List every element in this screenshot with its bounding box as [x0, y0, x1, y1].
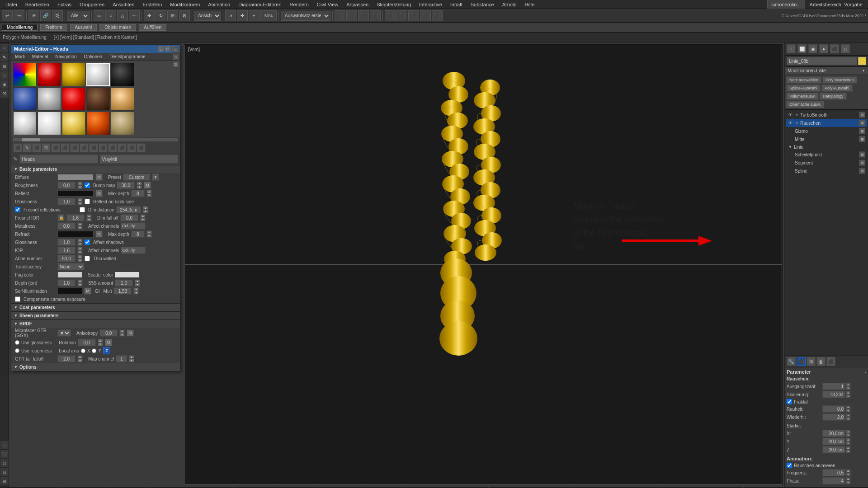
- material-type-input[interactable]: [100, 155, 179, 164]
- graph-btn[interactable]: ⬛: [385, 10, 396, 21]
- scheitelpunkt-icon[interactable]: ⊞: [859, 151, 865, 158]
- max-depth-input[interactable]: [131, 190, 145, 197]
- menu-anpassen[interactable]: Anpassen: [343, 1, 372, 8]
- preset-dropdown-btn[interactable]: ▼: [152, 174, 159, 181]
- menu-erstellen[interactable]: Erstellen: [139, 1, 165, 8]
- glossiness2-spinner[interactable]: ▲ ▼: [77, 239, 83, 246]
- glossiness-input[interactable]: [57, 198, 75, 205]
- rb-tab-4[interactable]: 🗑: [816, 357, 826, 366]
- mat-slot-15[interactable]: [111, 112, 134, 135]
- selection-dropdown[interactable]: Auswahlsatz erstellt: [281, 11, 330, 21]
- use-roughness-radio[interactable]: [15, 348, 19, 353]
- mitte-icon[interactable]: ⊞: [859, 136, 865, 142]
- view-dropdown[interactable]: Ansicht: [194, 11, 221, 21]
- reflect-back-check[interactable]: [85, 199, 90, 204]
- param-panel-close[interactable]: -: [865, 370, 866, 375]
- wiederh-input[interactable]: [822, 413, 845, 421]
- menu-interactive[interactable]: Interactive: [415, 1, 446, 8]
- menu-diagramm[interactable]: Diagramm-Editoren: [235, 1, 285, 8]
- tab-freiform[interactable]: Freiform: [40, 24, 67, 31]
- metalness-spinner[interactable]: ▲ ▼: [77, 222, 83, 230]
- sss-input[interactable]: [115, 279, 133, 286]
- anisotropy-m-btn[interactable]: M: [127, 329, 134, 337]
- restore-btn[interactable]: □: [165, 46, 170, 52]
- reflect-color[interactable]: [57, 190, 94, 197]
- mult-spinner[interactable]: ▲ ▼: [133, 287, 139, 295]
- bump-spinner[interactable]: ▲ ▼: [137, 182, 142, 189]
- depth-spinner[interactable]: ▲ ▼: [77, 279, 83, 286]
- redo-btn[interactable]: ↪: [14, 10, 24, 21]
- tools-icon[interactable]: ⊡: [0, 468, 9, 476]
- menu-civil[interactable]: Civil View: [313, 1, 342, 8]
- max-depth2-input[interactable]: [131, 230, 145, 238]
- use-glossiness-radio[interactable]: [15, 340, 19, 345]
- undo-btn[interactable]: ↩: [2, 10, 13, 21]
- poly-bearbeiten-btn[interactable]: Poly bearbeiten: [822, 76, 857, 84]
- mat-tool-12[interactable]: ⬛: [118, 143, 127, 152]
- material-name-input[interactable]: [19, 155, 98, 164]
- tab-auswahl[interactable]: Auswahl: [70, 24, 97, 31]
- utilities-icon[interactable]: ⚒: [0, 89, 9, 98]
- mat-slot-8[interactable]: [62, 87, 85, 111]
- mat-slot-12[interactable]: [38, 112, 61, 135]
- tab-objekt-malen[interactable]: Objekt malen: [99, 24, 136, 31]
- gtr-input[interactable]: [57, 355, 75, 362]
- spline-item[interactable]: Spline ⊞: [786, 167, 867, 175]
- x-up[interactable]: ▲: [845, 430, 851, 433]
- dim-fall-spinner[interactable]: ▲ ▼: [140, 214, 146, 221]
- menu-skript[interactable]: Skripterstellung: [373, 1, 415, 8]
- wiederh-down[interactable]: ▼: [845, 417, 851, 421]
- rt-btn-3[interactable]: ◉: [808, 44, 817, 53]
- mat-tool-11[interactable]: ⬛: [108, 143, 117, 152]
- mat-tool-13[interactable]: ⬛: [127, 143, 136, 152]
- z-down[interactable]: ▼: [845, 450, 851, 453]
- circle-select-btn[interactable]: ○: [105, 10, 116, 21]
- z-axis-btn[interactable]: Z: [103, 347, 110, 354]
- gtr-spinner[interactable]: ▲ ▼: [77, 355, 83, 362]
- fresnel-ior-input[interactable]: [66, 214, 85, 221]
- spline-icon[interactable]: ⊞: [859, 168, 865, 174]
- bump-map-check[interactable]: [85, 183, 90, 188]
- y-down[interactable]: ▼: [845, 441, 851, 445]
- scene-icon[interactable]: □: [0, 441, 9, 449]
- tab-auffuellen[interactable]: Auffüllen: [139, 24, 166, 31]
- abbe-spinner[interactable]: ▲ ▼: [77, 255, 83, 262]
- mat-slot-2[interactable]: [38, 63, 61, 86]
- mat-slot-4[interactable]: [86, 63, 110, 86]
- select-mode-btn[interactable]: ⊕: [28, 10, 39, 21]
- diffuse-m-btn[interactable]: M: [95, 174, 103, 181]
- roughness-spinner[interactable]: ▲ ▼: [77, 182, 83, 189]
- turbosmooth-item[interactable]: 👁 ☀ TurboSmooth ⊞: [786, 111, 867, 119]
- scheitelpunkt-item[interactable]: Scheitelpunkt ⊞: [786, 150, 867, 159]
- env-icon[interactable]: ◎: [0, 459, 9, 467]
- compensate-check[interactable]: [15, 296, 20, 302]
- wiederh-up[interactable]: ▲: [845, 413, 851, 417]
- rect-select-btn[interactable]: ▭: [94, 10, 104, 21]
- snap2-btn[interactable]: ✤: [237, 10, 248, 21]
- mat-bg-btn[interactable]: ▥: [173, 61, 179, 67]
- poly-auswahl-btn[interactable]: Poly-Auswahl: [821, 84, 853, 92]
- object-color-box[interactable]: [858, 57, 866, 65]
- mat-tool-7[interactable]: ⬛: [70, 143, 79, 152]
- frequenz-input[interactable]: [822, 469, 845, 476]
- retopology-btn[interactable]: Retopology: [820, 93, 847, 100]
- fresnel-ior-lock[interactable]: 🔒: [57, 214, 65, 221]
- menu-datei[interactable]: Datei: [2, 1, 21, 8]
- viewport-inner[interactable]: Modifier "Noise" changes the behaviour o…: [184, 45, 782, 485]
- menu-animation[interactable]: Animation: [204, 1, 234, 8]
- phase-up[interactable]: ▲: [845, 477, 851, 481]
- menu-gruppieren[interactable]: Gruppieren: [76, 1, 108, 8]
- metalness-input[interactable]: [57, 222, 75, 230]
- y-strength-input[interactable]: [822, 438, 845, 445]
- mat-tool-14[interactable]: ⬛: [137, 143, 146, 152]
- menu-inhalt[interactable]: Inhalt: [447, 1, 466, 8]
- mode-dropdown[interactable]: Alle: [67, 11, 90, 21]
- create-icon[interactable]: +: [0, 44, 9, 52]
- fresnel-check[interactable]: [15, 207, 20, 212]
- translucency-dropdown[interactable]: None: [57, 263, 85, 270]
- menu-hilfe[interactable]: Hilfe: [521, 1, 538, 8]
- spline-auswahl-btn[interactable]: Spline-Auswahl: [786, 84, 821, 92]
- mat-menu-dienst[interactable]: Dienstprogramme: [106, 53, 149, 61]
- rotation-spinner[interactable]: ▲ ▼: [98, 339, 103, 346]
- motion-icon[interactable]: ▷: [0, 71, 9, 80]
